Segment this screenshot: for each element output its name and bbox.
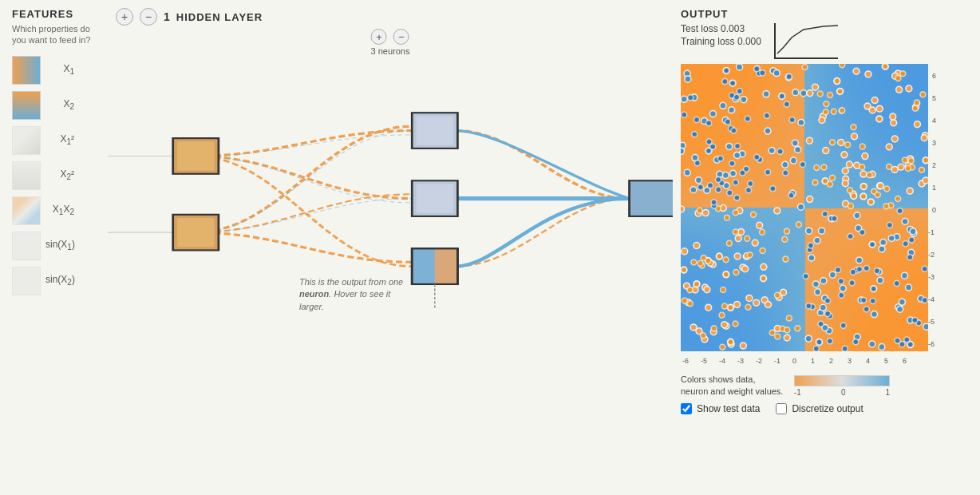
feature-label-x2sq: X2² [45,168,74,181]
loss-chart [774,23,838,59]
show-test-data-label: Show test data [697,403,760,414]
svg-text:-6: -6 [682,357,689,365]
svg-text:-5: -5 [928,318,935,326]
svg-text:1: 1 [811,357,815,365]
legend-gradient: -1 0 1 [794,375,890,397]
tooltip-text: This is the output from one neuron. Hove… [299,277,403,311]
feature-thumbnail-x1 [12,56,41,85]
show-test-data-checkbox[interactable] [681,403,692,414]
bottom-controls: Show test data Discretize output [681,403,968,414]
remove-layer-button[interactable]: − [140,8,157,26]
gradient-labels: -1 0 1 [794,388,890,397]
svg-text:-6: -6 [928,340,935,348]
discretize-output-checkbox[interactable] [776,403,787,414]
hidden-layer-label: HIDDEN LAYER [176,11,263,23]
output-title: OUTPUT [681,8,968,20]
main-container: FEATURES Which properties do you want to… [0,0,980,495]
feature-item-x2sq[interactable]: X2² [12,161,100,190]
svg-text:6: 6 [903,357,907,365]
svg-text:3: 3 [848,357,852,365]
add-layer-button[interactable]: + [116,8,133,26]
svg-text:-2: -2 [756,357,762,365]
svg-rect-14 [630,180,673,216]
gradient-bar [794,375,890,386]
svg-rect-11 [412,248,435,284]
test-loss-text: Test loss 0.003 [681,23,761,34]
svg-text:-1: -1 [928,228,935,236]
features-subtitle: Which properties do you want to feed in? [12,23,100,46]
network-body: + − 3 neurons [108,29,673,487]
svg-text:-3: -3 [737,357,744,365]
layer-count: 1 [164,10,170,23]
feature-thumbnail-x2 [12,91,41,120]
feature-item-sinx2[interactable]: sin(X2) [12,267,100,295]
feature-thumbnail-x1sq [12,126,41,155]
loss-values: Test loss 0.003 Training loss 0.000 [681,23,761,47]
svg-text:-4: -4 [928,295,935,303]
add-neuron-button[interactable]: + [371,29,387,45]
feature-label-x1x2: X1X2 [45,204,74,216]
feature-item-x1[interactable]: X1 [12,56,100,85]
feature-thumbnail-x1x2 [12,196,41,225]
svg-text:5: 5 [884,357,888,365]
output-axis-svg: 6 5 4 3 2 1 0 -1 -2 -3 -4 -5 -6 -6 -5 -4… [681,64,952,367]
network-header: + − 1 HIDDEN LAYER [108,8,673,26]
feature-item-sinx1[interactable]: sin(X1) [12,232,100,260]
svg-text:-1: -1 [774,357,780,365]
network-svg [108,29,673,487]
svg-text:3: 3 [932,139,936,147]
feature-label-x2: X2 [45,98,74,111]
svg-text:4: 4 [932,117,936,125]
feature-thumbnail-x2sq [12,161,41,190]
remove-neuron-button[interactable]: − [393,29,409,45]
feature-item-x1x2[interactable]: X1X2 [12,196,100,225]
svg-text:6: 6 [932,72,936,80]
svg-rect-3 [177,141,214,170]
feature-label-sinx2: sin(X2) [45,274,74,287]
show-test-data-checkbox-label[interactable]: Show test data [681,403,760,414]
discretize-output-label: Discretize output [792,403,863,414]
svg-text:2: 2 [932,161,936,169]
svg-text:-3: -3 [928,273,935,281]
svg-text:0: 0 [932,206,936,214]
svg-rect-9 [417,184,453,213]
feature-item-x2[interactable]: X2 [12,91,100,120]
svg-text:2: 2 [829,357,833,365]
svg-rect-12 [435,248,458,284]
svg-text:5: 5 [932,94,936,102]
svg-text:-2: -2 [928,251,935,259]
output-grid: 6 5 4 3 2 1 0 -1 -2 -3 -4 -5 -6 -6 -5 -4… [681,64,952,367]
loss-section: Test loss 0.003 Training loss 0.000 [681,23,968,59]
training-loss-text: Training loss 0.000 [681,36,761,47]
loss-chart-svg [776,23,838,57]
legend-text: Colors shows data, neuron and weight val… [681,374,784,398]
svg-text:1: 1 [932,184,936,192]
feature-thumbnail-sinx1 [12,232,41,260]
feature-thumbnail-sinx2 [12,267,41,295]
legend-section: Colors shows data, neuron and weight val… [681,374,968,398]
feature-item-x1sq[interactable]: X1² [12,126,100,155]
feature-label-sinx1: sin(X1) [45,239,74,251]
features-panel: FEATURES Which properties do you want to… [12,8,100,487]
features-title: FEATURES [12,8,100,20]
svg-text:0: 0 [792,357,796,365]
neuron-count-label: 3 neurons [371,46,410,56]
svg-rect-7 [417,116,453,145]
network-panel: + − 1 HIDDEN LAYER + − 3 neurons [108,8,673,487]
svg-text:-5: -5 [701,357,707,365]
tooltip-box: This is the output from one neuron. Hove… [299,276,411,313]
feature-label-x1sq: X1² [45,133,74,146]
output-panel: OUTPUT Test loss 0.003 Training loss 0.0… [681,8,968,487]
discretize-output-checkbox-label[interactable]: Discretize output [776,403,863,414]
svg-text:4: 4 [866,357,870,365]
svg-rect-5 [177,218,214,247]
svg-text:-4: -4 [719,357,725,365]
feature-label-x1: X1 [45,63,74,76]
